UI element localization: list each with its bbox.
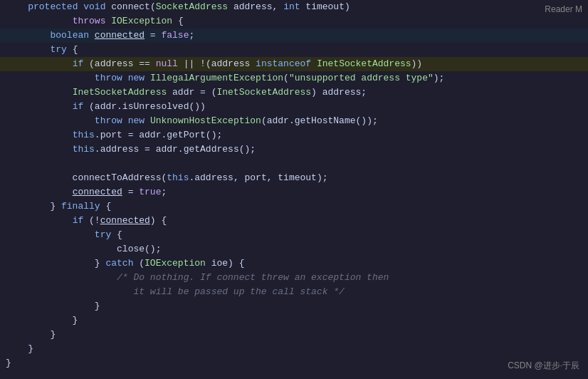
code-line: /* Do nothing. If connect threw an excep… bbox=[0, 271, 588, 285]
code-line: try { bbox=[0, 228, 588, 242]
code-line: try { bbox=[0, 43, 588, 57]
code-line: } bbox=[0, 342, 588, 356]
code-line: it will be passed up the call stack */ bbox=[0, 285, 588, 299]
code-line: connectToAddress(this.address, port, tim… bbox=[0, 171, 588, 185]
code-line: protected void connect(SocketAddress add… bbox=[0, 0, 588, 14]
watermark-text: CSDN @进步·于辰 bbox=[508, 360, 579, 372]
code-area: Reader M protected void connect(SocketAd… bbox=[0, 0, 588, 379]
code-line: throw new UnknownHostException(addr.getH… bbox=[0, 114, 588, 128]
code-line: this.address = addr.getAddress(); bbox=[0, 142, 588, 157]
code-line: close(); bbox=[0, 242, 588, 256]
code-line: boolean connected = false; bbox=[0, 28, 588, 43]
code-line: connected = true; bbox=[0, 185, 588, 199]
code-line: } finally { bbox=[0, 199, 588, 214]
code-lines: protected void connect(SocketAddress add… bbox=[0, 0, 588, 370]
code-line: InetSocketAddress addr = (InetSocketAddr… bbox=[0, 85, 588, 100]
code-line: if (addr.isUnresolved()) bbox=[0, 100, 588, 114]
code-line bbox=[0, 157, 588, 171]
code-line: } catch (IOException ioe) { bbox=[0, 256, 588, 271]
code-line: this.port = addr.getPort(); bbox=[0, 128, 588, 142]
reader-mode-label: Reader M bbox=[545, 4, 582, 14]
code-line: throw new IllegalArgumentException("unsu… bbox=[0, 71, 588, 85]
code-line: throws IOException { bbox=[0, 14, 588, 28]
code-line: } bbox=[0, 356, 588, 370]
code-line: if (!connected) { bbox=[0, 214, 588, 228]
code-line: } bbox=[0, 299, 588, 313]
code-line: } bbox=[0, 328, 588, 342]
code-line: } bbox=[0, 313, 588, 328]
code-line: if (address == null || !(address instanc… bbox=[0, 57, 588, 71]
